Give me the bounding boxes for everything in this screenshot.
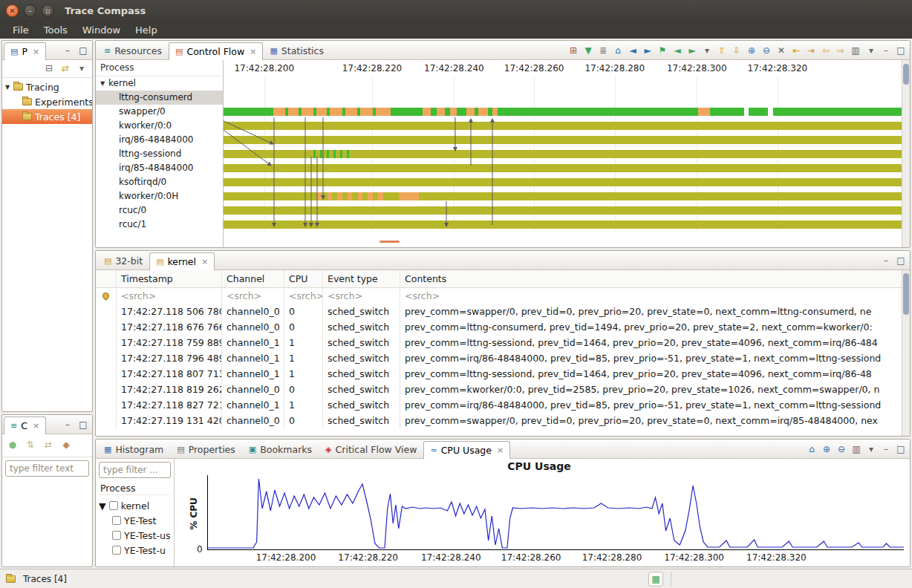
view-menu-dropdown-icon[interactable]: ▾ [864, 442, 879, 457]
filter-cell-channel[interactable]: <srch> [222, 288, 284, 304]
state-segment-olive[interactable] [224, 136, 902, 144]
state-segment-green[interactable] [445, 108, 450, 116]
previous-marker-icon[interactable]: ◄ [670, 43, 685, 58]
filter-text-input[interactable] [99, 462, 171, 478]
state-segment-orange[interactable] [317, 192, 322, 200]
table-row[interactable]: 17:42:27.119 131 420channel0_00sched_swi… [96, 413, 902, 428]
timeline-row[interactable] [224, 161, 902, 175]
column-header-cpu[interactable]: CPU [284, 270, 323, 287]
checkbox-ye-test-u[interactable] [112, 546, 121, 555]
tab-properties[interactable]: ▤Properties [170, 440, 242, 458]
reset-time-scale-icon[interactable]: ⌂ [610, 43, 625, 58]
maximize-panel-icon[interactable]: □ [893, 253, 908, 268]
state-segment-green[interactable] [773, 108, 902, 116]
process-row-kworker-0-0[interactable]: kworker/0:0 [96, 119, 223, 133]
maximize-panel-icon[interactable]: □ [893, 43, 908, 58]
select-prev-process-icon[interactable]: ⇧ [714, 43, 729, 58]
state-segment-orange[interactable] [348, 192, 352, 200]
maximize-panel-icon[interactable]: □ [893, 442, 908, 457]
state-segment-orange[interactable] [330, 108, 342, 116]
state-segment-green[interactable] [347, 150, 349, 158]
state-segment-green[interactable] [333, 150, 336, 158]
process-row-ksoftirqd-0[interactable]: ksoftirqd/0 [96, 175, 223, 189]
tree-item-tracing[interactable]: ▼Tracing [2, 79, 92, 94]
zoom-in-icon[interactable]: ⊕ [744, 43, 759, 58]
tab-control-view[interactable]: ≡ C × [4, 416, 46, 434]
state-segment-green[interactable] [498, 108, 698, 116]
state-segment-orange[interactable] [358, 192, 362, 200]
view-menu-dropdown-icon[interactable]: ▾ [74, 61, 89, 76]
state-segment-olive[interactable] [224, 192, 902, 200]
state-segment-orange[interactable] [328, 192, 332, 200]
state-segment-olive[interactable] [224, 206, 902, 215]
filter-cell-timestamp[interactable]: <srch> [117, 288, 222, 304]
zoom-out-icon[interactable]: ⊖ [834, 442, 849, 457]
scrollbar-thumb[interactable] [903, 64, 909, 85]
process-column-header[interactable]: Process [96, 60, 223, 76]
process-row-kworker-0-0h[interactable]: kworker/0:0H [96, 189, 223, 203]
minimize-panel-icon[interactable]: – [60, 43, 75, 58]
select-next-state-change-icon[interactable]: ► [640, 43, 655, 58]
link-with-editor-icon[interactable]: ⇄ [58, 61, 73, 76]
time-graph-chart[interactable]: 17:42:28.20017:42:28.22017:42:28.24017:4… [224, 60, 902, 247]
state-segment-orange[interactable] [378, 192, 382, 200]
tree-item-traces-4[interactable]: Traces [4] [2, 109, 92, 124]
state-segment-orange[interactable] [437, 108, 445, 116]
state-segment-green[interactable] [431, 108, 436, 116]
tab-histogram[interactable]: ▦Histogram [97, 440, 170, 458]
markers-dropdown-icon[interactable]: ▾ [700, 43, 714, 58]
state-segment-green[interactable] [320, 150, 322, 158]
minimize-panel-icon[interactable]: – [879, 442, 893, 457]
tab-resources[interactable]: ≡Resources [97, 42, 169, 59]
state-segment-orange[interactable] [316, 108, 327, 116]
delete-connection-icon[interactable]: ◆ [59, 437, 74, 452]
hide-arrows-icon[interactable]: ✕ [774, 43, 789, 58]
expander-icon[interactable]: ▼ [99, 500, 106, 512]
scrollbar-thumb[interactable] [903, 273, 909, 315]
tab-kernel[interactable]: ▤kernel× [149, 252, 215, 270]
collapse-commands-icon[interactable]: ⇅ [23, 437, 38, 452]
close-tab-icon[interactable]: × [33, 47, 39, 56]
state-segment-olive[interactable] [224, 122, 902, 130]
zoom-in-icon[interactable]: ⊕ [819, 442, 834, 457]
state-segment-orange[interactable] [376, 108, 390, 116]
collapse-all-icon[interactable]: ⊟ [42, 61, 56, 76]
table-row[interactable]: 17:42:27.118 819 262channel0_00sched_swi… [96, 382, 902, 397]
state-segment-orange[interactable] [450, 108, 457, 116]
state-segment-green[interactable] [340, 150, 342, 158]
show-legend-icon[interactable]: ≣ [596, 43, 610, 58]
state-segment-olive[interactable] [224, 178, 902, 186]
state-segment-orange[interactable] [492, 108, 498, 116]
state-segment-orange[interactable] [288, 108, 299, 116]
state-segment-olive[interactable] [224, 220, 902, 229]
close-tab-icon[interactable]: × [201, 257, 208, 267]
process-row-rcuc-0[interactable]: rcuc/0 [96, 203, 223, 218]
window-minimize-button[interactable]: – [24, 4, 36, 17]
table-row[interactable]: 17:42:27.118 796 489channel0_11sched_swi… [96, 350, 902, 366]
timeline-row[interactable] [224, 133, 902, 147]
process-row-lttng-sessiond[interactable]: lttng-sessiond [96, 147, 223, 161]
filter-text-input[interactable] [5, 460, 89, 477]
state-segment-green[interactable] [224, 108, 273, 116]
process-row-lttng-consumerd[interactable]: lttng-consumerd [96, 91, 223, 105]
timeline-row[interactable] [224, 147, 902, 161]
state-segment-orange[interactable] [399, 192, 419, 200]
state-segment-green[interactable] [749, 108, 768, 116]
state-segment-green[interactable] [457, 108, 466, 116]
process-row-kernel[interactable]: ▼kernel [96, 76, 223, 91]
close-tab-icon[interactable]: × [33, 421, 39, 431]
new-connection-icon[interactable]: ● [5, 437, 20, 452]
show-view-filters-icon[interactable]: ▼ [581, 43, 596, 58]
maximize-panel-icon[interactable]: □ [76, 417, 91, 432]
process-row-irq-86-48484000[interactable]: irq/86-48484000 [96, 133, 223, 147]
state-segment-green[interactable] [327, 150, 329, 158]
select-prev-state-change-icon[interactable]: ◄ [625, 43, 640, 58]
state-segment-orange[interactable] [466, 108, 475, 116]
reset-time-scale-icon[interactable]: ⌂ [804, 442, 819, 457]
menu-tools[interactable]: Tools [37, 23, 74, 37]
table-row[interactable]: 17:42:27.118 676 766channel0_00sched_swi… [96, 319, 902, 335]
background-jobs-icon[interactable]: ▦ [648, 572, 663, 587]
add-bookmark-icon[interactable]: ⚑ [655, 43, 670, 58]
menu-window[interactable]: Window [76, 23, 127, 37]
state-segment-orange[interactable] [368, 192, 372, 200]
